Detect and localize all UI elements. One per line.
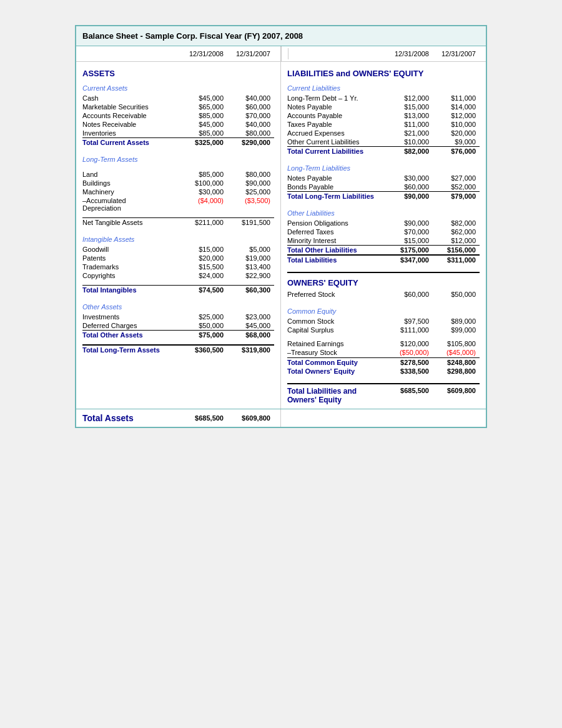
- footer: Total Assets $685,500 $609,800: [76, 409, 486, 427]
- right-col1-header: 12/31/2008: [386, 50, 433, 57]
- list-item: Capital Surplus $111,000 $99,000: [287, 326, 480, 334]
- list-item: Bonds Payable $60,000 $52,000: [287, 182, 480, 191]
- total-owners-equity-row: Total Owners' Equity $338,500 $298,800: [287, 367, 480, 376]
- total-liab-equity-footer: [281, 409, 486, 427]
- main-body: ASSETS Current Assets Cash $45,000 $40,0…: [76, 62, 486, 409]
- intangible-assets-label: Intangible Assets: [82, 232, 274, 245]
- left-col2-header: 12/31/2007: [227, 50, 274, 57]
- balance-sheet: Balance Sheet - Sample Corp. Fiscal Year…: [75, 25, 487, 428]
- list-item: Deferred Taxes $70,000 $62,000: [287, 227, 480, 236]
- retained-earnings-row: Retained Earnings $120,000 $105,800: [287, 339, 480, 348]
- net-tangible-assets-row: Net Tangible Assets $211,000 $191,500: [82, 217, 274, 227]
- list-item: Accrued Expenses $21,000 $20,000: [287, 129, 480, 137]
- preferred-stock-row: Preferred Stock $60,000 $50,000: [287, 290, 480, 299]
- list-item: Trademarks $15,500 $13,400: [82, 262, 274, 271]
- list-item: Copyrights $24,000 $22,900: [82, 271, 274, 280]
- assets-section: ASSETS Current Assets Cash $45,000 $40,0…: [76, 62, 281, 409]
- assets-title: ASSETS: [82, 65, 274, 81]
- list-item: Common Stock $97,500 $89,000: [287, 317, 480, 326]
- list-item: Patents $20,000 $19,000: [82, 254, 274, 262]
- list-item: Cash $45,000 $40,000: [82, 94, 274, 102]
- total-common-equity-row: Total Common Equity $278,500 $248,800: [287, 357, 480, 367]
- list-item: Machinery $30,000 $25,000: [82, 187, 274, 196]
- long-term-assets-label: Long-Term Assets: [82, 152, 274, 165]
- long-term-liabilities-label: Long-Term Liabilities: [287, 161, 480, 174]
- total-assets-label: Total Assets: [82, 413, 180, 423]
- other-assets-label: Other Assets: [82, 299, 274, 312]
- total-assets-v1: $685,500: [180, 414, 227, 422]
- total-other-assets-row: Total Other Assets $75,000 $68,000: [82, 330, 274, 339]
- total-current-liabilities-row: Total Current Liabilities $82,000 $76,00…: [287, 146, 480, 156]
- list-item: Buildings $100,000 $90,000: [82, 179, 274, 187]
- list-item: Minority Interest $15,000 $12,000: [287, 236, 480, 245]
- list-item: Other Current Liabilities $10,000 $9,000: [287, 137, 480, 146]
- total-liabilities-row: Total Liabilities $347,000 $311,000: [287, 254, 480, 264]
- current-liabilities-label: Current Liabilities: [287, 81, 480, 94]
- list-item: Inventories $85,000 $80,000: [82, 129, 274, 137]
- list-item: Notes Payable $15,000 $14,000: [287, 102, 480, 111]
- list-item: Taxes Payable $11,000 $10,000: [287, 120, 480, 129]
- total-assets-v2: $609,800: [227, 414, 274, 422]
- common-equity-label: Common Equity: [287, 304, 480, 317]
- owners-equity-title: OWNERS' EQUITY: [287, 272, 480, 290]
- list-item: Accounts Payable $13,000 $12,000: [287, 111, 480, 120]
- total-assets-footer: Total Assets $685,500 $609,800: [76, 409, 281, 427]
- total-other-liabilities-row: Total Other Liabilities $175,000 $156,00…: [287, 245, 480, 254]
- other-liabilities-label: Other Liabilities: [287, 206, 480, 219]
- total-long-term-assets-row: Total Long-Term Assets $360,500 $319,800: [82, 344, 274, 354]
- column-headers: 12/31/2008 12/31/2007 12/31/2008 12/31/2…: [76, 46, 486, 62]
- left-col1-header: 12/31/2008: [180, 50, 227, 57]
- list-item: Notes Payable $30,000 $27,000: [287, 174, 480, 182]
- liabilities-equity-title: LIABILITIES and OWNERS' EQUITY: [287, 65, 480, 81]
- total-liabilities-equity-row: Total Liabilities and Owners' Equity $68…: [287, 383, 480, 406]
- current-assets-label: Current Assets: [82, 81, 274, 94]
- total-long-term-liabilities-row: Total Long-Term Liabilities $90,000 $79,…: [287, 191, 480, 201]
- treasury-stock-row: –Treasury Stock ($50,000) ($45,000): [287, 348, 480, 357]
- accumulated-depreciation-row: –AccumulatedDepreciation ($4,000) ($3,50…: [82, 196, 274, 212]
- list-item: Marketable Securities $65,000 $60,000: [82, 102, 274, 111]
- list-item: Notes Receivable $45,000 $40,000: [82, 120, 274, 129]
- right-col2-header: 12/31/2007: [433, 50, 480, 57]
- list-item: Long-Term Debt – 1 Yr. $12,000 $11,000: [287, 94, 480, 102]
- list-item: Investments $25,000 $23,000: [82, 312, 274, 321]
- list-item: Pension Obligations $90,000 $82,000: [287, 219, 480, 227]
- list-item: Accounts Receivable $85,000 $70,000: [82, 111, 274, 120]
- liabilities-equity-section: LIABILITIES and OWNERS' EQUITY Current L…: [281, 62, 486, 409]
- total-intangibles-row: Total Intangibles $74,500 $60,300: [82, 285, 274, 294]
- list-item: Deferred Charges $50,000 $45,000: [82, 321, 274, 330]
- list-item: Goodwill $15,000 $5,000: [82, 245, 274, 254]
- list-item: Land $85,000 $80,000: [82, 170, 274, 179]
- total-current-assets-row: Total Current Assets $325,000 $290,000: [82, 137, 274, 147]
- sheet-title: Balance Sheet - Sample Corp. Fiscal Year…: [76, 26, 486, 46]
